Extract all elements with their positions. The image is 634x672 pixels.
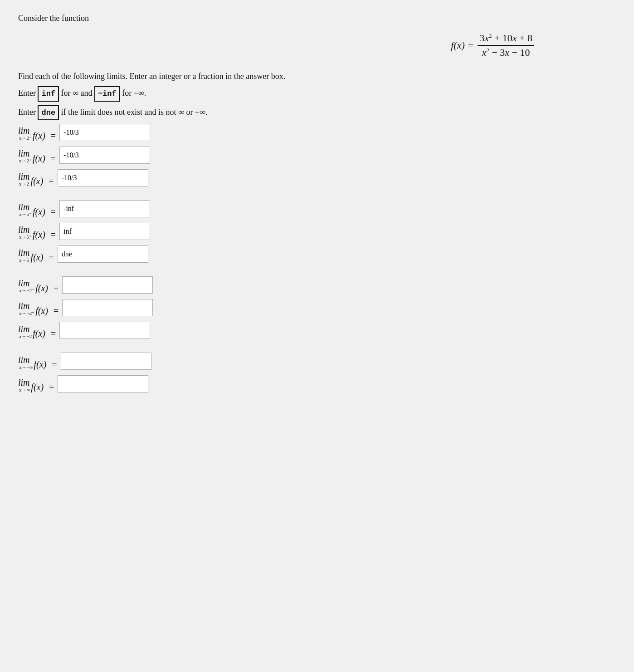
lim-word-lim1: lim bbox=[18, 126, 30, 136]
lim-sub-lim10: x→−∞ bbox=[18, 364, 33, 370]
fx-label-lim4: f(x) bbox=[33, 207, 45, 217]
lim-word-lim3: lim bbox=[18, 172, 30, 182]
lim-notation-lim9: limx→−2 bbox=[18, 324, 32, 339]
lim-sub-lim8: x→−2⁺ bbox=[18, 310, 34, 316]
limit-group-3: limx→−2⁻f(x)=limx→−2⁺f(x)=limx→−2f(x)= bbox=[18, 276, 616, 339]
equals-lim11: = bbox=[49, 382, 54, 392]
fx-label-lim5: f(x) bbox=[33, 230, 45, 240]
answer-input-lim5[interactable] bbox=[59, 223, 150, 240]
lim-word-lim8: lim bbox=[18, 301, 30, 311]
limit-line-lim5: limx→5⁺f(x)= bbox=[18, 223, 616, 240]
lim-word-lim7: lim bbox=[18, 278, 30, 289]
limit-line-lim10: limx→−∞f(x)= bbox=[18, 353, 616, 370]
equals-lim3: = bbox=[49, 176, 54, 186]
lim-sub-lim4: x→5⁻ bbox=[18, 211, 32, 217]
instructions-block: Find each of the following limits. Enter… bbox=[18, 70, 616, 83]
answer-input-lim3[interactable] bbox=[58, 169, 148, 186]
equals-lim9: = bbox=[51, 329, 56, 339]
fx-label-lim10: f(x) bbox=[34, 359, 47, 370]
limit-line-lim3: limx→2f(x)= bbox=[18, 169, 616, 186]
numerator: 3x2 + 10x + 8 bbox=[478, 32, 534, 46]
lim-notation-lim1: limx→2⁻ bbox=[18, 126, 32, 141]
fx-label-lim11: f(x) bbox=[31, 382, 44, 392]
lim-sub-lim5: x→5⁺ bbox=[18, 234, 32, 240]
limit-group-1: limx→2⁻f(x)=limx→2⁺f(x)=limx→2f(x)= bbox=[18, 124, 616, 186]
equals-lim7: = bbox=[54, 283, 59, 294]
equals-lim1: = bbox=[51, 131, 56, 141]
limit-line-lim6: limx→5f(x)= bbox=[18, 245, 616, 263]
lim-sub-lim2: x→2⁺ bbox=[18, 158, 32, 164]
lim-sub-lim6: x→5 bbox=[18, 257, 29, 263]
inst3-pre: Enter bbox=[18, 108, 38, 117]
answer-input-lim11[interactable] bbox=[58, 375, 148, 392]
lim-notation-lim4: limx→5⁻ bbox=[18, 202, 32, 217]
fx-label-lim2: f(x) bbox=[33, 153, 45, 164]
answer-input-lim10[interactable] bbox=[61, 353, 151, 370]
lim-notation-lim6: limx→5 bbox=[18, 248, 30, 263]
limit-line-lim9: limx→−2f(x)= bbox=[18, 322, 616, 339]
lim-sub-lim1: x→2⁻ bbox=[18, 135, 32, 141]
equals-lim8: = bbox=[54, 306, 59, 316]
limit-line-lim4: limx→5⁻f(x)= bbox=[18, 200, 616, 217]
lim-word-lim10: lim bbox=[18, 355, 30, 365]
limit-line-lim2: limx→2⁺f(x)= bbox=[18, 147, 616, 164]
limits-container: limx→2⁻f(x)=limx→2⁺f(x)=limx→2f(x)=limx→… bbox=[18, 124, 616, 392]
inf-box: inf bbox=[38, 86, 59, 101]
lim-sub-lim3: x→2 bbox=[18, 181, 29, 186]
lim-notation-lim7: limx→−2⁻ bbox=[18, 278, 34, 294]
lim-notation-lim2: limx→2⁺ bbox=[18, 148, 32, 164]
function-fraction: 3x2 + 10x + 8 x2 − 3x − 10 bbox=[478, 32, 534, 59]
fx-label-lim8: f(x) bbox=[35, 306, 48, 316]
lim-notation-lim3: limx→2 bbox=[18, 172, 30, 186]
answer-input-lim4[interactable] bbox=[59, 200, 150, 217]
inst2-pre: Enter bbox=[18, 88, 38, 98]
answer-input-lim7[interactable] bbox=[62, 276, 153, 294]
fx-label-lim6: f(x) bbox=[31, 252, 44, 263]
limit-line-lim1: limx→2⁻f(x)= bbox=[18, 124, 616, 141]
consider-text: Consider the function bbox=[18, 14, 89, 23]
neginf-box: −inf bbox=[94, 86, 120, 101]
limit-group-2: limx→5⁻f(x)=limx→5⁺f(x)=limx→5f(x)= bbox=[18, 200, 616, 263]
lim-sub-lim11: x→∞ bbox=[18, 387, 30, 392]
lim-word-lim5: lim bbox=[18, 225, 30, 235]
lim-word-lim9: lim bbox=[18, 324, 30, 334]
function-display: f(x) = 3x2 + 10x + 8 x2 − 3x − 10 bbox=[18, 32, 616, 59]
instruction-line1: Find each of the following limits. Enter… bbox=[18, 72, 285, 81]
denominator: x2 − 3x − 10 bbox=[480, 46, 532, 59]
limit-line-lim8: limx→−2⁺f(x)= bbox=[18, 299, 616, 316]
answer-input-lim6[interactable] bbox=[58, 245, 148, 263]
fx-label-lim9: f(x) bbox=[33, 329, 45, 339]
inst2-end: for −∞. bbox=[120, 88, 146, 98]
equals-lim6: = bbox=[49, 252, 54, 263]
lim-sub-lim7: x→−2⁻ bbox=[18, 288, 34, 294]
limit-line-lim7: limx→−2⁻f(x)= bbox=[18, 276, 616, 294]
function-label: f(x) = bbox=[451, 39, 474, 51]
fx-label-lim1: f(x) bbox=[33, 131, 45, 141]
lim-notation-lim11: limx→∞ bbox=[18, 378, 30, 392]
equals-lim5: = bbox=[51, 230, 56, 240]
equals-lim2: = bbox=[51, 153, 56, 164]
inst2-mid: for ∞ and bbox=[59, 88, 94, 98]
lim-word-lim11: lim bbox=[18, 378, 30, 388]
limit-line-lim11: limx→∞f(x)= bbox=[18, 375, 616, 392]
lim-word-lim2: lim bbox=[18, 148, 30, 159]
dne-box: dne bbox=[38, 105, 59, 120]
equals-lim4: = bbox=[51, 207, 56, 217]
instruction-line2: Enter inf for ∞ and −inf for −∞. bbox=[18, 86, 616, 101]
fx-label-lim3: f(x) bbox=[31, 176, 44, 186]
lim-word-lim6: lim bbox=[18, 248, 30, 258]
instruction-line3: Enter dne if the limit does not exist an… bbox=[18, 105, 616, 120]
lim-notation-lim8: limx→−2⁺ bbox=[18, 301, 34, 316]
equals-lim10: = bbox=[52, 359, 57, 370]
fx-label-lim7: f(x) bbox=[35, 283, 48, 294]
lim-word-lim4: lim bbox=[18, 202, 30, 212]
inst3-end: if the limit does not exist and is not ∞… bbox=[59, 108, 207, 117]
answer-input-lim1[interactable] bbox=[59, 124, 150, 141]
intro-text: Consider the function bbox=[18, 14, 616, 23]
answer-input-lim2[interactable] bbox=[59, 147, 150, 164]
lim-notation-lim5: limx→5⁺ bbox=[18, 225, 32, 240]
lim-notation-lim10: limx→−∞ bbox=[18, 355, 33, 370]
answer-input-lim9[interactable] bbox=[59, 322, 150, 339]
answer-input-lim8[interactable] bbox=[62, 299, 153, 316]
lim-sub-lim9: x→−2 bbox=[18, 334, 32, 339]
